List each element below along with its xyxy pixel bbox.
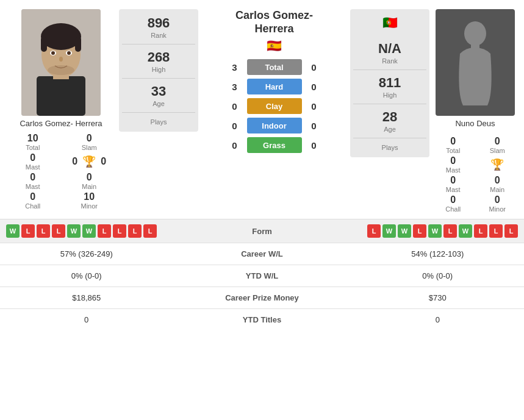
plays-stat-left: Plays [151, 118, 167, 126]
form-badge-left: L [113, 224, 126, 238]
surface-row-hard: 3 Hard 0 [207, 79, 341, 94]
stat-center-3: YTD Titles [173, 309, 351, 331]
svg-rect-1 [37, 76, 85, 116]
btn-hard[interactable]: Hard [247, 79, 302, 94]
high-stat-left: 268 High [148, 49, 170, 73]
stat-main-left: 0 Main [63, 172, 117, 190]
stat-mast-right2: 0 Mast [432, 175, 474, 193]
form-badge-left: L [143, 224, 157, 238]
player-right: Nuno Deus 0 Total 0 Slam 0 Mast 🏆 [432, 9, 518, 213]
player-left-stats-grid: 10 Total 0 Slam 0 Mast 0 🏆 0 0 [6, 133, 116, 210]
stat-total-left: 10 Total [6, 133, 60, 151]
stats-table: 57% (326-249) Career W/L 54% (122-103) 0… [0, 243, 524, 330]
btn-indoor[interactable]: Indoor [247, 118, 302, 133]
form-badge-right: W [398, 224, 411, 238]
flag-right-top: 🇵🇹 [382, 15, 398, 30]
plays-stat-right: Plays [382, 143, 398, 151]
btn-total[interactable]: Total [247, 59, 302, 75]
form-badge-right: L [504, 224, 518, 238]
stat-center-1: YTD W/L [173, 265, 351, 287]
form-badge-left: W [6, 224, 20, 238]
svg-point-9 [51, 51, 55, 55]
player-left: Carlos Gomez- Herrera 10 Total 0 Slam 0 … [6, 9, 116, 210]
score-hard-left: 3 [229, 82, 241, 92]
surface-row-indoor: 0 Indoor 0 [207, 118, 341, 133]
player-right-stats-grid: 0 Total 0 Slam 0 Mast 🏆 0 Mast [432, 136, 518, 213]
form-section: WLLLWWLLLL Form LWWLWLWLLL [0, 219, 524, 243]
stat-total-right: 0 Total [432, 136, 474, 154]
age-stat-left: 33 Age [151, 84, 166, 107]
form-label: Form [238, 227, 287, 236]
stat-left-3: 0 [0, 309, 173, 331]
form-badge-right: W [428, 224, 442, 238]
trophy-icon-left: 🏆 [82, 155, 96, 168]
form-badge-right: L [413, 224, 426, 238]
score-indoor-left: 0 [229, 121, 241, 131]
score-indoor-right: 0 [308, 121, 320, 131]
trophy-row-left: 0 🏆 0 [63, 155, 117, 168]
divider-r3 [353, 138, 426, 138]
player-left-name: Carlos Gomez- Herrera [20, 119, 102, 128]
form-badge-left: W [67, 224, 81, 238]
center-card-right: 🇵🇹 N/A Rank 811 High 28 Age Plays [350, 9, 429, 157]
form-badge-right: L [489, 224, 503, 238]
player-photo-right [436, 9, 515, 116]
btn-clay[interactable]: Clay [247, 98, 302, 114]
stat-center-2: Career Prize Money [173, 287, 351, 309]
stat-slam-right: 0 Slam [477, 136, 519, 154]
form-badge-right: L [474, 224, 487, 238]
stat-center-0: Career W/L [173, 243, 351, 265]
divider-1 [122, 44, 195, 44]
svg-point-10 [67, 51, 71, 55]
player-right-name: Nuno Deus [455, 119, 495, 128]
rank-stat-right: N/A Rank [378, 41, 401, 65]
score-total-left: 3 [229, 62, 241, 73]
stat-right-2: $730 [351, 287, 524, 309]
divider-r1 [353, 69, 426, 70]
form-badge-right: W [382, 224, 396, 238]
form-badge-left: L [98, 224, 111, 238]
score-clay-right: 0 [308, 101, 320, 112]
form-badge-left: L [52, 224, 65, 238]
form-badge-left: L [21, 224, 35, 238]
player-left-name-top: Carlos Gomez-Herrera [207, 9, 341, 35]
top-section: Carlos Gomez- Herrera 10 Total 0 Slam 0 … [0, 0, 524, 219]
btn-grass[interactable]: Grass [247, 137, 302, 153]
high-stat-right: 811 High [379, 75, 401, 99]
svg-point-13 [464, 21, 486, 46]
form-badge-left: L [128, 224, 142, 238]
form-badges-right: LWWLWLWLLL [287, 224, 519, 238]
form-badge-left: L [37, 224, 50, 238]
score-hard-right: 0 [308, 82, 320, 92]
main-container: Carlos Gomez- Herrera 10 Total 0 Slam 0 … [0, 0, 524, 330]
score-grass-left: 0 [229, 140, 241, 151]
surface-row-total: 3 Total 0 [207, 59, 341, 75]
player-photo-left [21, 9, 101, 116]
stat-right-1: 0% (0-0) [351, 265, 524, 287]
stats-row-1: 0% (0-0) YTD W/L 0% (0-0) [0, 265, 524, 287]
surface-row-clay: 0 Clay 0 [207, 98, 341, 114]
stats-row-0: 57% (326-249) Career W/L 54% (122-103) [0, 243, 524, 265]
stat-mast-left2: 0 Mast [6, 172, 60, 190]
form-badge-right: L [443, 224, 457, 238]
stat-mast-right: 0 Mast [432, 155, 474, 174]
form-badges-left: WLLLWWLLLL [6, 224, 238, 238]
stat-slam-left: 0 Slam [63, 133, 117, 151]
rank-stat-left: 896 Rank [148, 15, 170, 39]
divider-3 [122, 112, 195, 113]
stat-left-1: 0% (0-0) [0, 265, 173, 287]
svg-point-12 [48, 65, 74, 75]
stat-chall-right: 0 Chall [432, 194, 474, 213]
surface-row-grass: 0 Grass 0 [207, 137, 341, 153]
stat-left-2: $18,865 [0, 287, 173, 309]
score-total-right: 0 [308, 62, 320, 73]
trophy-icon-right: 🏆 [490, 158, 504, 171]
stat-main-right: 0 Main [477, 175, 519, 193]
divider-2 [122, 78, 195, 79]
form-badge-right: L [367, 224, 381, 238]
center-card-left: 896 Rank 268 High 33 Age Plays [119, 9, 198, 132]
svg-point-11 [59, 57, 63, 62]
flag-left: 🇪🇸 [207, 38, 341, 53]
stat-minor-left: 10 Minor [63, 191, 117, 210]
middle-section: Carlos Gomez-Herrera 🇪🇸 3 Total 0 3 [201, 9, 347, 153]
